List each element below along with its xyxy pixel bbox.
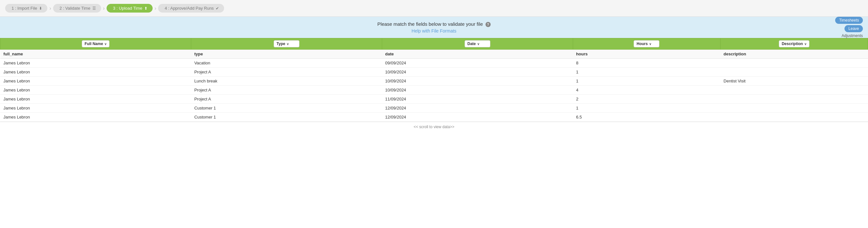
table-row: James LebronProject A11/09/20242: [0, 95, 868, 104]
cell-hours: 8: [573, 59, 720, 68]
table-row: James LebronCustomer 112/09/20246.5: [0, 113, 868, 122]
cell-date: 09/09/2024: [382, 59, 573, 68]
cell-hours: 4: [573, 86, 720, 95]
cell-type: Project A: [191, 68, 382, 77]
data-table-container: Full Name ∨ Type ∨ Date ∨: [0, 38, 868, 122]
step-upload-label: 3 : Upload Time: [113, 6, 142, 11]
cell-full_name: James Lebron: [0, 95, 191, 104]
cell-date: 11/09/2024: [382, 95, 573, 104]
col-header-description: Description ∨: [720, 38, 868, 50]
cell-description: [720, 86, 868, 95]
cell-hours: 1: [573, 77, 720, 86]
field-label-description: description: [720, 50, 868, 59]
col-select-type-label: Type: [277, 41, 285, 46]
adjustments-button[interactable]: Adjustments: [842, 33, 863, 38]
col-select-hours-label: Hours: [637, 41, 648, 46]
table-row: James LebronVacation09/09/20248: [0, 59, 868, 68]
data-table: Full Name ∨ Type ∨ Date ∨: [0, 38, 868, 122]
col-header-type: Type ∨: [191, 38, 382, 50]
chevron-down-icon: ∨: [649, 42, 651, 46]
side-buttons: Timesheets Leave Adjustments: [835, 17, 863, 38]
cell-type: Vacation: [191, 59, 382, 68]
col-select-hours[interactable]: Hours ∨: [633, 40, 659, 47]
field-label-hours: hours: [573, 50, 720, 59]
cell-description: [720, 104, 868, 113]
cell-type: Project A: [191, 95, 382, 104]
stepper: 1 : Import File ⬇ › 2 : Validate Time ☰ …: [0, 0, 868, 17]
field-label-fullname: full_name: [0, 50, 191, 59]
field-label-date: date: [382, 50, 573, 59]
step-upload-icon: ⬆: [144, 6, 148, 11]
cell-description: [720, 95, 868, 104]
col-select-description-label: Description: [782, 41, 803, 46]
cell-date: 10/09/2024: [382, 68, 573, 77]
step-sep-3: ›: [155, 5, 156, 11]
field-label-type: type: [191, 50, 382, 59]
leave-button[interactable]: Leave: [844, 25, 863, 32]
step-import[interactable]: 1 : Import File ⬇: [5, 4, 47, 12]
col-header-date: Date ∨: [382, 38, 573, 50]
cell-date: 10/09/2024: [382, 86, 573, 95]
col-header-hours: Hours ∨: [573, 38, 720, 50]
column-header-row: Full Name ∨ Type ∨ Date ∨: [0, 38, 868, 50]
field-name-row: full_name type date hours description: [0, 50, 868, 59]
col-select-date-label: Date: [467, 41, 476, 46]
table-row: James LebronCustomer 112/09/20241: [0, 104, 868, 113]
cell-full_name: James Lebron: [0, 86, 191, 95]
step-import-label: 1 : Import File: [11, 6, 37, 11]
col-select-fullname[interactable]: Full Name ∨: [82, 40, 110, 47]
step-approve-label: 4 : Approve/Add Pay Runs: [164, 6, 213, 11]
cell-hours: 2: [573, 95, 720, 104]
cell-hours: 6.5: [573, 113, 720, 122]
step-approve-icon: ✔: [216, 6, 219, 11]
header-banner: Please match the fields below to validat…: [0, 17, 868, 38]
col-select-fullname-label: Full Name: [85, 41, 103, 46]
cell-description: [720, 59, 868, 68]
cell-full_name: James Lebron: [0, 77, 191, 86]
cell-hours: 1: [573, 104, 720, 113]
cell-description: Dentist Visit: [720, 77, 868, 86]
cell-date: 10/09/2024: [382, 77, 573, 86]
help-icon[interactable]: ?: [486, 22, 491, 27]
chevron-down-icon: ∨: [477, 42, 479, 46]
step-validate-icon: ☰: [92, 6, 96, 11]
cell-full_name: James Lebron: [0, 68, 191, 77]
timesheets-button[interactable]: Timesheets: [835, 17, 863, 24]
table-row: James LebronProject A10/09/20241: [0, 68, 868, 77]
cell-date: 12/09/2024: [382, 113, 573, 122]
cell-description: [720, 68, 868, 77]
cell-type: Customer 1: [191, 104, 382, 113]
cell-type: Customer 1: [191, 113, 382, 122]
cell-hours: 1: [573, 68, 720, 77]
step-sep-1: ›: [49, 5, 51, 11]
col-select-description[interactable]: Description ∨: [779, 40, 809, 47]
cell-full_name: James Lebron: [0, 113, 191, 122]
step-sep-2: ›: [103, 5, 105, 11]
cell-full_name: James Lebron: [0, 104, 191, 113]
col-select-date[interactable]: Date ∨: [465, 40, 490, 47]
step-approve[interactable]: 4 : Approve/Add Pay Runs ✔: [158, 4, 224, 12]
table-row: James LebronLunch break10/09/20241Dentis…: [0, 77, 868, 86]
step-import-icon: ⬇: [39, 6, 42, 11]
scroll-hint: << scroll to view data>>: [0, 122, 868, 132]
cell-date: 12/09/2024: [382, 104, 573, 113]
step-upload[interactable]: 3 : Upload Time ⬆: [106, 4, 153, 12]
banner-title: Please match the fields below to validat…: [26, 21, 842, 27]
cell-type: Project A: [191, 86, 382, 95]
help-link[interactable]: Help with File Formats: [26, 28, 842, 33]
step-validate-label: 2 : Validate Time: [60, 6, 90, 11]
step-validate[interactable]: 2 : Validate Time ☰: [53, 4, 101, 12]
cell-description: [720, 113, 868, 122]
col-header-fullname: Full Name ∨: [0, 38, 191, 50]
chevron-down-icon: ∨: [286, 42, 289, 46]
col-select-type[interactable]: Type ∨: [274, 40, 300, 47]
chevron-down-icon: ∨: [804, 42, 807, 46]
cell-full_name: James Lebron: [0, 59, 191, 68]
chevron-down-icon: ∨: [104, 42, 106, 46]
table-row: James LebronProject A10/09/20244: [0, 86, 868, 95]
cell-type: Lunch break: [191, 77, 382, 86]
